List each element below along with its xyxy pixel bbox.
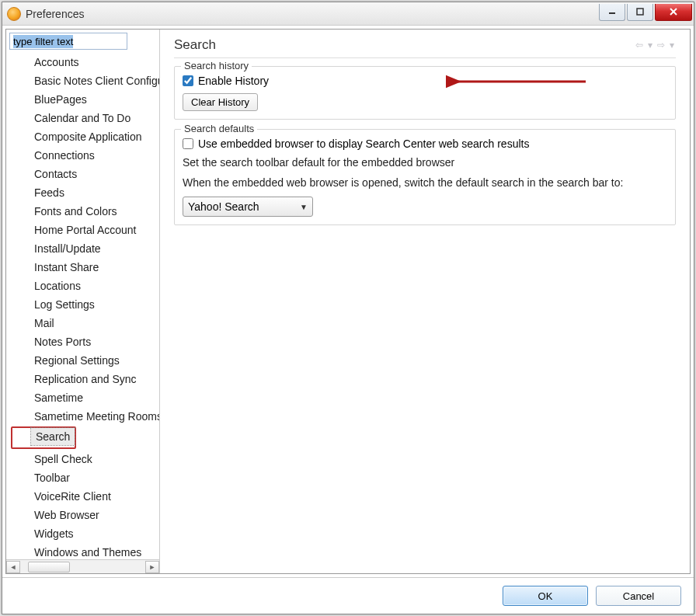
embedded-browser-checkbox[interactable]	[183, 138, 193, 149]
sidebar-item[interactable]: BluePages	[11, 90, 159, 109]
dialog-footer: OK Cancel	[2, 577, 694, 614]
minimize-button[interactable]	[599, 4, 625, 21]
sidebar-item[interactable]: Install/Update	[11, 239, 159, 258]
nav-arrows: ⇦ ▾ ⇨ ▾	[634, 40, 676, 50]
maximize-icon	[635, 8, 645, 16]
main-panel: Search ⇦ ▾ ⇨ ▾ Search history	[160, 30, 690, 573]
preferences-window: Preferences type filter text AccountsBas…	[2, 2, 694, 614]
search-provider-value: Yahoo! Search	[188, 200, 259, 213]
search-history-label: Search history	[181, 60, 252, 71]
content-area: type filter text AccountsBasic Notes Cli…	[5, 29, 691, 574]
enable-history-checkbox[interactable]	[183, 75, 193, 86]
titlebar: Preferences	[2, 2, 694, 26]
filter-input[interactable]: type filter text	[9, 33, 127, 50]
sidebar-item[interactable]: Regional Settings	[11, 351, 159, 370]
embedded-browser-row[interactable]: Use embedded browser to display Search C…	[183, 137, 667, 150]
scroll-thumb[interactable]	[28, 562, 70, 572]
search-history-group: Search history Enable History Clear Hist…	[174, 66, 676, 120]
sidebar-item[interactable]: Spell Check	[11, 450, 159, 468]
sidebar-item[interactable]: Web Browser	[11, 506, 159, 524]
highlight-annotation: Search	[11, 426, 76, 449]
sidebar-item[interactable]: Connections	[11, 146, 159, 165]
chevron-down-icon: ▼	[300, 203, 308, 211]
sidebar-item[interactable]: Accounts	[11, 53, 159, 71]
horizontal-scrollbar[interactable]: ◄ ►	[6, 559, 159, 573]
scroll-track[interactable]	[20, 561, 145, 573]
minimize-icon	[607, 8, 617, 16]
window-title: Preferences	[26, 8, 84, 20]
maximize-button[interactable]	[627, 4, 653, 21]
cancel-button[interactable]: Cancel	[596, 586, 681, 606]
search-provider-select[interactable]: Yahoo! Search ▼	[183, 197, 313, 217]
main-header: Search ⇦ ▾ ⇨ ▾	[174, 37, 676, 58]
sidebar-item[interactable]: Fonts and Colors	[11, 202, 159, 221]
sidebar-item[interactable]: Composite Application	[11, 127, 159, 146]
switch-default-text: When the embedded web browser is opened,…	[183, 176, 667, 189]
scroll-left-button[interactable]: ◄	[6, 561, 20, 573]
enable-history-label: Enable History	[198, 75, 269, 87]
scroll-right-button[interactable]: ►	[145, 561, 159, 573]
app-icon	[7, 7, 21, 21]
sidebar-item[interactable]: Notes Ports	[11, 332, 159, 351]
forward-menu-icon[interactable]: ▾	[668, 40, 676, 50]
enable-history-row[interactable]: Enable History	[183, 75, 667, 87]
category-tree[interactable]: AccountsBasic Notes Client Configuration…	[6, 53, 159, 559]
search-defaults-group: Search defaults Use embedded browser to …	[174, 129, 676, 225]
sidebar-item[interactable]: Windows and Themes	[11, 543, 159, 559]
back-icon[interactable]: ⇦	[634, 40, 645, 50]
sidebar-item-search[interactable]: Search	[31, 428, 75, 445]
clear-history-button[interactable]: Clear History	[183, 93, 258, 111]
forward-icon[interactable]: ⇨	[656, 40, 666, 50]
sidebar-item[interactable]: Replication and Sync	[11, 370, 159, 388]
titlebar-buttons	[599, 7, 694, 21]
close-icon	[668, 7, 679, 16]
sidebar-item[interactable]: Feeds	[11, 183, 159, 202]
embedded-browser-label: Use embedded browser to display Search C…	[198, 137, 529, 150]
sidebar-item[interactable]: Log Settings	[11, 295, 159, 314]
sidebar-item[interactable]: Sametime	[11, 388, 159, 407]
search-defaults-label: Search defaults	[181, 123, 257, 134]
sidebar-item[interactable]: Widgets	[11, 524, 159, 543]
sidebar-item[interactable]: Toolbar	[11, 468, 159, 487]
sidebar-item[interactable]: VoiceRite Client	[11, 487, 159, 506]
sidebar-item[interactable]: Home Portal Account	[11, 221, 159, 239]
sidebar-item[interactable]: Mail	[11, 314, 159, 332]
filter-input-text: type filter text	[13, 35, 73, 48]
sidebar: type filter text AccountsBasic Notes Cli…	[6, 30, 160, 573]
sidebar-item[interactable]: Contacts	[11, 165, 159, 183]
page-title: Search	[174, 37, 216, 53]
toolbar-default-text: Set the search toolbar default for the e…	[183, 156, 667, 169]
sidebar-item[interactable]: Calendar and To Do	[11, 109, 159, 127]
sidebar-item[interactable]: Instant Share	[11, 258, 159, 277]
sidebar-item[interactable]: Locations	[11, 277, 159, 295]
back-menu-icon[interactable]: ▾	[646, 40, 654, 50]
svg-rect-1	[637, 9, 643, 15]
sidebar-item[interactable]: Basic Notes Client Configuration	[11, 71, 159, 90]
sidebar-item[interactable]: Sametime Meeting Rooms	[11, 407, 159, 426]
close-button[interactable]	[655, 4, 692, 21]
ok-button[interactable]: OK	[503, 586, 588, 606]
